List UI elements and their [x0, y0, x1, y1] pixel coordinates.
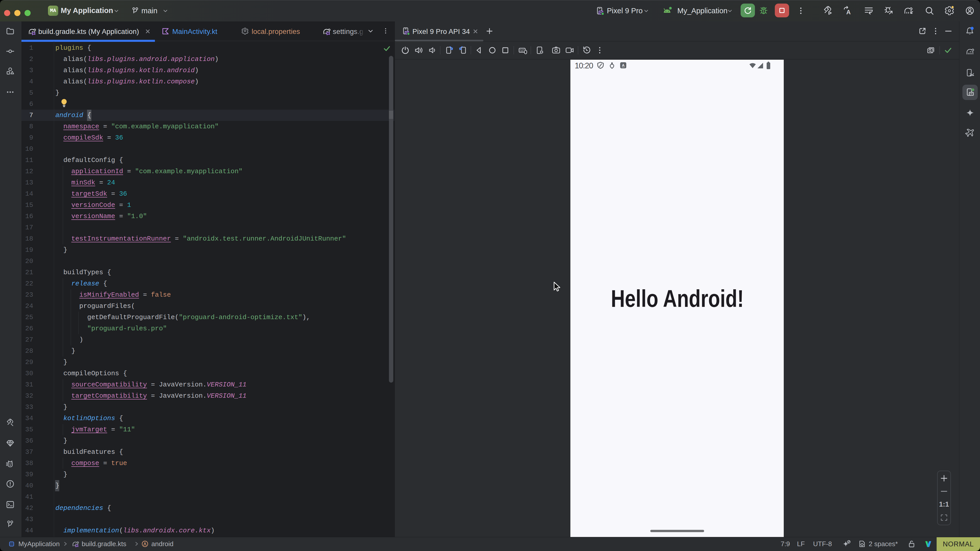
svg-text:A: A [622, 63, 625, 67]
svg-text:A: A [846, 9, 851, 16]
